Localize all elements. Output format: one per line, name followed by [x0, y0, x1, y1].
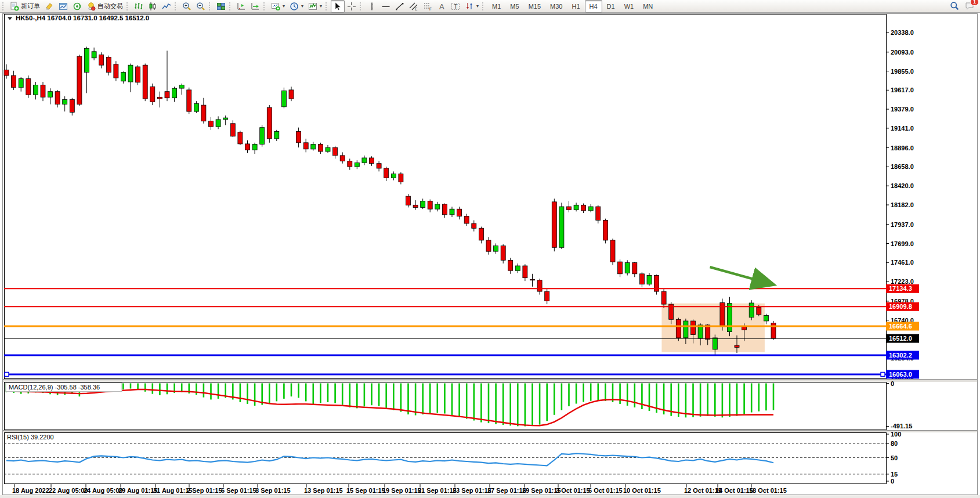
new-order-button[interactable]: 新订单	[8, 0, 42, 13]
tf-w1-label: W1	[624, 3, 634, 10]
bar-chart-button[interactable]	[132, 0, 146, 13]
chart-shift-button[interactable]	[234, 0, 248, 13]
candle[interactable]	[603, 219, 607, 244]
chart-svg: 20338.020093.019855.019617.019379.019141…	[0, 0, 980, 498]
tf-h4-button[interactable]: H4	[585, 0, 602, 13]
toolbar-grip[interactable]	[229, 2, 232, 10]
candle[interactable]	[26, 75, 31, 98]
main-toolbar: 新订单自动交易▾▾▾EFAT▾M1M5M15M30H1H4D1W1MN1	[0, 0, 980, 13]
candle[interactable]	[654, 275, 659, 295]
cursor-button[interactable]	[331, 0, 345, 13]
autotrading-button[interactable]: 自动交易	[84, 0, 125, 13]
svg-text:15: 15	[891, 471, 898, 478]
text-label-icon: T	[451, 2, 460, 11]
time-axis-label: 29 Aug 01:15	[118, 487, 157, 494]
time-axis-label: 6 Sep 01:15	[221, 487, 256, 494]
candle[interactable]	[267, 105, 272, 143]
price-axis-label: 17223.0	[891, 278, 914, 285]
chart-title: HK50-,H4 16704.0 16731.0 16492.5 16512.0	[16, 15, 149, 21]
text-label-button[interactable]: T	[449, 0, 462, 13]
tf-m5-button[interactable]: M5	[505, 0, 523, 13]
new-chart-caret[interactable]: ▾	[283, 3, 285, 9]
tf-w1-button[interactable]: W1	[620, 0, 639, 13]
arrows-button[interactable]: ▾	[462, 0, 481, 13]
auto-scroll-button[interactable]	[248, 0, 262, 13]
tf-d1-label: D1	[607, 3, 615, 10]
bar-chart-icon	[134, 2, 143, 11]
tf-mn-button[interactable]: MN	[638, 0, 657, 13]
zoom-out-button[interactable]	[194, 0, 208, 13]
text-button[interactable]: A	[435, 0, 449, 13]
horizontal-line-button[interactable]	[379, 0, 393, 13]
zoom-in-icon	[182, 2, 191, 11]
toolbar-grip[interactable]	[360, 2, 363, 10]
tf-m15-button[interactable]: M15	[524, 0, 545, 13]
candlestick-chart-icon	[148, 2, 157, 11]
tf-m1-button[interactable]: M1	[487, 0, 505, 13]
toolbar-grip[interactable]	[126, 2, 129, 10]
equidistant-channel-button[interactable]: E	[407, 0, 421, 13]
svg-text:-491.15: -491.15	[891, 423, 912, 430]
time-axis-label: 6 Oct 01:15	[588, 487, 623, 494]
window-bottom-edge	[0, 495, 980, 498]
chart-window-button[interactable]	[56, 0, 70, 13]
line-chart-button[interactable]	[160, 0, 173, 13]
vertical-line-button[interactable]	[365, 0, 379, 13]
toolbar-grip[interactable]	[209, 2, 212, 10]
horizontal-line-icon	[381, 2, 390, 11]
candle[interactable]	[143, 64, 147, 102]
toolbar-grip[interactable]	[482, 2, 485, 10]
arrows-caret[interactable]: ▾	[476, 3, 479, 9]
candle[interactable]	[676, 318, 681, 341]
tf-m30-button[interactable]: M30	[545, 0, 567, 13]
candle[interactable]	[187, 88, 191, 114]
new-chart-button[interactable]: ▾	[269, 0, 287, 13]
toolbar-grip[interactable]	[175, 2, 178, 10]
candle[interactable]	[610, 239, 615, 265]
fibonacci-button[interactable]: F	[421, 0, 435, 13]
indicators-button[interactable]: ▾	[306, 0, 324, 13]
candle[interactable]	[238, 131, 243, 145]
line-handle[interactable]	[5, 372, 9, 376]
cursor-icon	[333, 2, 342, 11]
indicators-caret[interactable]: ▾	[320, 3, 322, 9]
chat-button[interactable]: 1	[965, 1, 974, 12]
time-axis-label: 14 Oct 01:15	[715, 487, 753, 494]
svg-text:16664.6: 16664.6	[889, 323, 912, 330]
profiles-button[interactable]: ▾	[287, 0, 306, 13]
search-button[interactable]	[950, 1, 959, 12]
crosshair-button[interactable]	[345, 0, 359, 13]
toolbar-grip[interactable]	[2, 2, 5, 10]
candle[interactable]	[106, 56, 111, 75]
eraser-button[interactable]	[42, 0, 56, 13]
signal-button[interactable]	[70, 0, 84, 13]
line-handle[interactable]	[881, 372, 885, 376]
tf-m5-label: M5	[510, 3, 519, 10]
candle[interactable]	[260, 125, 265, 147]
time-axis-label: 18 Aug 2022	[12, 487, 49, 494]
svg-text:16909.8: 16909.8	[889, 303, 912, 310]
candlestick-chart-button[interactable]	[146, 0, 160, 13]
indicators-icon	[308, 2, 317, 11]
zoom-in-button[interactable]	[180, 0, 194, 13]
candle[interactable]	[625, 260, 630, 275]
tile-windows-button[interactable]	[214, 0, 228, 13]
toolbar-grip[interactable]	[326, 2, 328, 10]
candle[interactable]	[281, 88, 286, 109]
candle[interactable]	[136, 65, 140, 85]
candle[interactable]	[77, 55, 82, 106]
candle[interactable]	[150, 84, 155, 105]
toolbar-grip[interactable]	[263, 2, 266, 10]
candle[interactable]	[771, 321, 776, 340]
candle[interactable]	[559, 203, 564, 249]
svg-text:A: A	[439, 2, 444, 10]
trendline-button[interactable]	[393, 0, 407, 13]
tf-h1-button[interactable]: H1	[567, 0, 584, 13]
chart-window[interactable]: 20338.020093.019855.019617.019379.019141…	[0, 0, 980, 498]
candle[interactable]	[749, 300, 754, 320]
price-axis-label: 19855.0	[891, 68, 914, 75]
profiles-caret[interactable]: ▾	[301, 3, 303, 9]
candle[interactable]	[552, 199, 556, 251]
tf-d1-button[interactable]: D1	[602, 0, 620, 13]
autotrading-icon	[86, 2, 96, 11]
